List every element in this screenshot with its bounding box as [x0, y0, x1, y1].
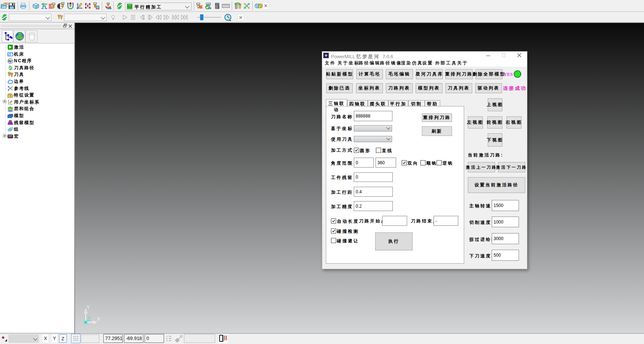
svg-text:Y: Y [86, 304, 90, 310]
svg-text:z: z [166, 340, 168, 342]
svg-text:Z: Z [87, 316, 90, 322]
svg-text:X: X [97, 316, 100, 322]
